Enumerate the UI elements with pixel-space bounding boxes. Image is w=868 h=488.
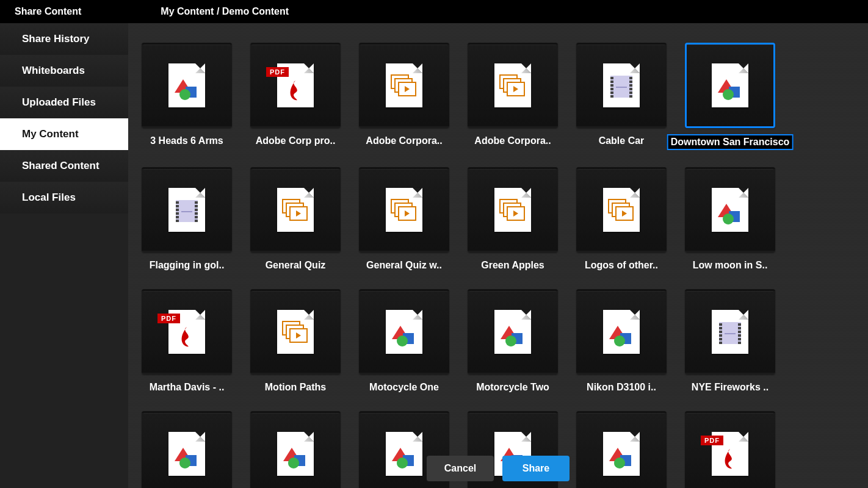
file-thumbnail[interactable] bbox=[685, 167, 775, 253]
file-thumbnail[interactable] bbox=[685, 289, 775, 375]
video-file-icon bbox=[712, 310, 748, 354]
file-thumbnail[interactable] bbox=[576, 289, 667, 375]
file-item[interactable]: NYE Fireworks .. bbox=[685, 289, 775, 394]
file-item[interactable]: General Quiz bbox=[250, 167, 341, 272]
presentation-file-icon bbox=[277, 188, 314, 232]
image-file-icon bbox=[603, 310, 640, 354]
sidebar: Share HistoryWhiteboardsUploaded FilesMy… bbox=[0, 23, 128, 488]
file-label: Motorcycle Two bbox=[468, 381, 558, 394]
file-item[interactable]: Adobe Corpora.. bbox=[468, 43, 558, 150]
file-label: Adobe Corpora.. bbox=[359, 134, 449, 148]
image-file-icon bbox=[386, 310, 422, 354]
breadcrumb: My Content / Demo Content bbox=[161, 6, 289, 17]
file-item[interactable]: Motorcycle Two bbox=[468, 289, 558, 394]
presentation-file-icon bbox=[494, 63, 531, 107]
file-label: Green Apples bbox=[468, 259, 558, 272]
cancel-button[interactable]: Cancel bbox=[427, 456, 494, 481]
sidebar-item-shared-content[interactable]: Shared Content bbox=[0, 150, 128, 182]
sidebar-item-uploaded-files[interactable]: Uploaded Files bbox=[0, 87, 128, 118]
panel-title: Share Content bbox=[15, 6, 81, 17]
file-grid: 3 Heads 6 ArmsPDFAdobe Corp pro..Adobe C… bbox=[142, 43, 855, 488]
file-thumbnail[interactable] bbox=[468, 289, 558, 375]
file-label: Motocycle One bbox=[359, 381, 449, 394]
file-label: NYE Fireworks .. bbox=[685, 381, 775, 394]
image-file-icon bbox=[494, 310, 531, 354]
header-bar: Share Content My Content / Demo Content bbox=[0, 0, 868, 23]
presentation-file-icon bbox=[386, 63, 422, 107]
file-thumbnail[interactable] bbox=[359, 289, 449, 375]
file-item[interactable]: Flagging in gol.. bbox=[142, 167, 232, 272]
file-thumbnail[interactable] bbox=[468, 43, 558, 128]
file-item[interactable]: Adobe Corpora.. bbox=[359, 43, 449, 150]
sidebar-item-local-files[interactable]: Local Files bbox=[0, 182, 128, 214]
image-file-icon bbox=[168, 63, 205, 107]
file-label: Adobe Corp pro.. bbox=[250, 134, 341, 148]
pdf-file-icon: PDF bbox=[168, 310, 205, 354]
file-item[interactable]: Logos of other.. bbox=[576, 167, 667, 272]
file-label: General Quiz w.. bbox=[359, 259, 449, 272]
file-item[interactable]: Low moon in S.. bbox=[685, 167, 775, 272]
file-label: Martha Davis - .. bbox=[142, 381, 232, 394]
file-item[interactable]: Motion Paths bbox=[250, 289, 341, 394]
file-item[interactable]: Cable Car bbox=[576, 43, 667, 150]
file-item[interactable]: PDFMartha Davis - .. bbox=[142, 289, 232, 394]
file-label: Logos of other.. bbox=[576, 259, 667, 272]
file-label: Low moon in S.. bbox=[685, 259, 775, 272]
file-thumbnail[interactable] bbox=[250, 289, 341, 375]
file-thumbnail[interactable] bbox=[250, 167, 341, 253]
sidebar-item-my-content[interactable]: My Content bbox=[0, 118, 128, 150]
file-label: General Quiz bbox=[250, 259, 341, 272]
file-label: Flagging in gol.. bbox=[142, 259, 232, 272]
file-thumbnail[interactable] bbox=[142, 167, 232, 253]
content-area: 3 Heads 6 ArmsPDFAdobe Corp pro..Adobe C… bbox=[128, 23, 868, 488]
sidebar-item-share-history[interactable]: Share History bbox=[0, 23, 128, 55]
file-thumbnail[interactable] bbox=[468, 167, 558, 253]
file-thumbnail[interactable]: PDF bbox=[250, 43, 341, 128]
image-file-icon bbox=[712, 63, 748, 107]
presentation-file-icon bbox=[386, 188, 422, 232]
pdf-file-icon: PDF bbox=[277, 63, 314, 107]
video-file-icon bbox=[603, 63, 640, 107]
file-label: Nikon D3100 i.. bbox=[576, 381, 667, 394]
file-label: Downtown San Francisco bbox=[667, 134, 794, 150]
file-thumbnail[interactable] bbox=[576, 167, 667, 253]
file-label: Adobe Corpora.. bbox=[468, 134, 558, 148]
file-item[interactable]: Nikon D3100 i.. bbox=[576, 289, 667, 394]
file-item[interactable]: Green Apples bbox=[468, 167, 558, 272]
file-thumbnail[interactable] bbox=[359, 43, 449, 128]
file-item[interactable]: 3 Heads 6 Arms bbox=[142, 43, 232, 150]
file-item[interactable]: PDFAdobe Corp pro.. bbox=[250, 43, 341, 150]
image-file-icon bbox=[712, 188, 748, 232]
file-thumbnail[interactable] bbox=[685, 43, 775, 128]
file-label: 3 Heads 6 Arms bbox=[142, 134, 232, 148]
presentation-file-icon bbox=[603, 188, 640, 232]
sidebar-item-whiteboards[interactable]: Whiteboards bbox=[0, 55, 128, 87]
file-item[interactable]: Motocycle One bbox=[359, 289, 449, 394]
file-label: Cable Car bbox=[576, 134, 667, 148]
file-thumbnail[interactable] bbox=[359, 167, 449, 253]
file-label: Motion Paths bbox=[250, 381, 341, 394]
share-button[interactable]: Share bbox=[502, 456, 570, 481]
file-thumbnail[interactable] bbox=[576, 43, 667, 128]
file-item[interactable]: General Quiz w.. bbox=[359, 167, 449, 272]
file-thumbnail[interactable]: PDF bbox=[142, 289, 232, 375]
video-file-icon bbox=[168, 188, 205, 232]
presentation-file-icon bbox=[494, 188, 531, 232]
presentation-file-icon bbox=[277, 310, 314, 354]
file-thumbnail[interactable] bbox=[142, 43, 232, 128]
footer-bar: Cancel Share bbox=[128, 449, 868, 488]
file-item[interactable]: Downtown San Francisco bbox=[685, 43, 775, 150]
